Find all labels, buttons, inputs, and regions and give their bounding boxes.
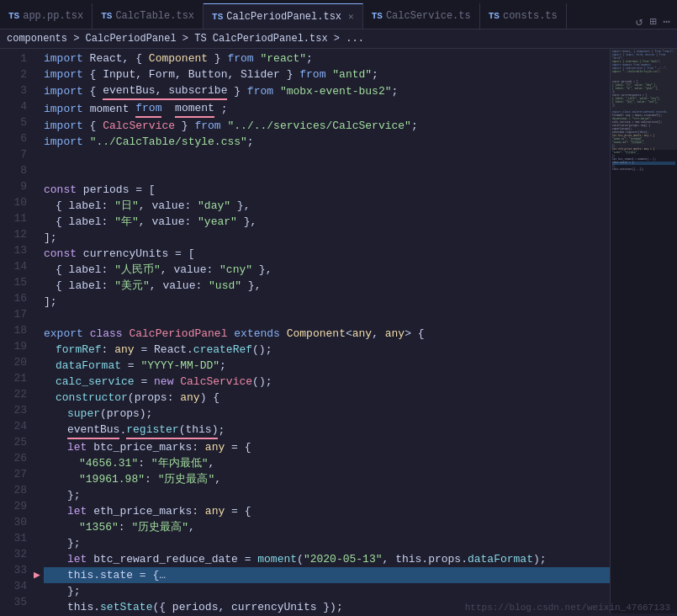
editor: 1 2 3 4 5 6 7 8 9 10 11 12 13 14 15 16 1… — [0, 49, 677, 613]
watermark: https://blog.csdn.net/weixin_47667133 — [465, 603, 670, 613]
tab-ts-badge: TS — [101, 11, 112, 21]
code-line: let eth_price_marks: any = { — [44, 503, 610, 519]
code-line: ▶ this.state = {… — [44, 567, 610, 583]
tab-bar-actions: ↺ ⊞ ⋯ — [629, 14, 677, 29]
code-line: formRef: any = React.createRef(); — [44, 342, 610, 358]
tab-app[interactable]: TS app.pp.tsx — [0, 3, 93, 29]
code-line: dataFormat = "YYYY-MM-DD"; — [44, 358, 610, 374]
minimap-content: import React, { Component } from "react"… — [611, 49, 677, 173]
code-line: import { Input, Form, Button, Slider } f… — [44, 66, 610, 82]
tab-close-icon[interactable]: ✕ — [348, 11, 354, 22]
code-line: "19961.98": "历史最高", — [44, 471, 610, 487]
tab-label: app.pp.tsx — [23, 10, 83, 22]
code-line: constructor(props: any) { — [44, 390, 610, 406]
breadcrumb: components > CalcPeriodPanel > TS CalcPe… — [0, 29, 677, 49]
code-line — [44, 310, 610, 326]
code-line: { label: "人民币", value: "cny" }, — [44, 262, 610, 278]
code-line: "1356": "历史最高", — [44, 519, 610, 535]
code-line: import { eventBus, subscribe } from "mob… — [44, 82, 610, 100]
code-line: }; — [44, 583, 610, 599]
code-line: calc_service = new CalcService(); — [44, 374, 610, 390]
tab-label: CalcPeriodPanel.tsx — [226, 11, 341, 23]
code-line — [44, 150, 610, 166]
code-line: "4656.31": "年内最低", — [44, 455, 610, 471]
breadcrumb-text: components > CalcPeriodPanel > TS CalcPe… — [7, 33, 364, 45]
code-line: eventBus.register(this); — [44, 422, 610, 439]
code-line: ]; — [44, 230, 610, 246]
code-line: const currencyUnits = [ — [44, 246, 610, 262]
tab-ts-badge: TS — [372, 11, 383, 21]
tab-calcperiodpanel[interactable]: TS CalcPeriodPanel.tsx ✕ — [204, 3, 363, 29]
code-line: import moment from moment ; — [44, 100, 610, 118]
tab-ts-badge: TS — [212, 12, 223, 22]
tab-label: consts.ts — [503, 10, 558, 22]
code-line: import { CalcService } from "../../servi… — [44, 118, 610, 134]
history-icon[interactable]: ↺ — [636, 14, 643, 29]
code-line: { label: "日", value: "day" }, — [44, 198, 610, 214]
code-line: super(props); — [44, 406, 610, 422]
tab-bar: TS app.pp.tsx TS CalcTable.tsx TS CalcPe… — [0, 0, 677, 29]
tab-ts-badge: TS — [489, 11, 500, 21]
code-line: const periods = [ — [44, 182, 610, 198]
code-line: ]; — [44, 294, 610, 310]
code-area[interactable]: import React, { Component } from "react"… — [34, 49, 610, 613]
code-line: let btc_price_marks: any = { — [44, 439, 610, 455]
code-line: export class CalcPeriodPanel extends Com… — [44, 326, 610, 342]
code-line: import "../CalcTable/style.css"; — [44, 134, 610, 150]
split-icon[interactable]: ⊞ — [649, 14, 656, 29]
tab-consts[interactable]: TS consts.ts — [480, 3, 567, 29]
tab-label: CalcService.ts — [386, 10, 471, 22]
tab-label: CalcTable.tsx — [115, 10, 194, 22]
code-line: }; — [44, 487, 610, 503]
code-line: import React, { Component } from "react"… — [44, 50, 610, 66]
line-numbers: 1 2 3 4 5 6 7 8 9 10 11 12 13 14 15 16 1… — [0, 49, 34, 613]
code-line: { label: "年", value: "year" }, — [44, 214, 610, 230]
tab-calcservice[interactable]: TS CalcService.ts — [363, 3, 480, 29]
code-line: { label: "美元", value: "usd" }, — [44, 278, 610, 294]
code-line — [44, 166, 610, 182]
more-icon[interactable]: ⋯ — [664, 14, 670, 29]
tab-calctable[interactable]: TS CalcTable.tsx — [93, 3, 204, 29]
code-line: let btc_reward_reduce_date = moment("202… — [44, 551, 610, 567]
tab-ts-badge: TS — [8, 11, 19, 21]
minimap: import React, { Component } from "react"… — [610, 49, 677, 613]
code-line: }; — [44, 535, 610, 551]
